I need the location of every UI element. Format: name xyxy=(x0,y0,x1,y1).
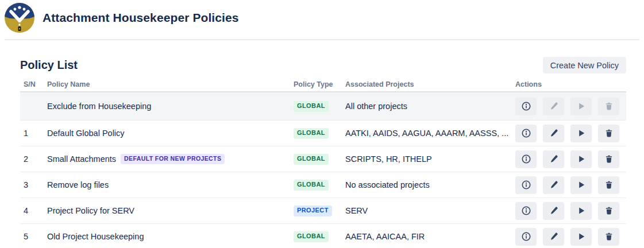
policy-type-badge: GLOBAL xyxy=(294,128,329,138)
delete-button[interactable] xyxy=(598,150,619,168)
run-button[interactable] xyxy=(570,228,592,246)
app-logo-icon xyxy=(5,3,34,33)
edit-button[interactable] xyxy=(543,176,564,194)
trash-icon xyxy=(604,102,614,111)
run-button[interactable] xyxy=(570,202,592,220)
play-icon xyxy=(577,154,586,164)
info-icon xyxy=(521,101,531,111)
associated-projects: AATKI, AAIDS, AAGUA, AAARM, AASSS, ... xyxy=(345,129,515,138)
delete-button[interactable] xyxy=(598,125,619,142)
table-row: 4 Project Policy for SERV PROJECT SERV xyxy=(20,198,626,224)
pencil-icon xyxy=(549,180,558,189)
delete-button[interactable] xyxy=(598,228,619,246)
info-button[interactable] xyxy=(515,150,537,168)
trash-icon xyxy=(604,232,614,241)
trash-icon xyxy=(604,129,614,138)
edit-button xyxy=(543,98,564,115)
table-row: 2 Small Attachments DEFAULT FOR NEW PROJ… xyxy=(20,146,626,172)
info-icon xyxy=(521,206,531,216)
policy-type-badge: PROJECT xyxy=(294,206,332,216)
policy-name: Old Project Housekeeping xyxy=(47,232,144,241)
edit-button[interactable] xyxy=(543,202,564,220)
table-row-exclude: Exclude from Housekeeping GLOBAL All oth… xyxy=(20,92,626,121)
info-button[interactable] xyxy=(515,176,537,194)
row-sn: 4 xyxy=(20,206,47,215)
policy-type-badge: GLOBAL xyxy=(294,154,329,164)
info-icon xyxy=(521,128,531,138)
row-sn: 5 xyxy=(20,232,47,241)
policy-type-badge: GLOBAL xyxy=(294,180,329,190)
associated-projects: All other projects xyxy=(345,102,515,111)
play-icon xyxy=(577,102,586,111)
edit-button[interactable] xyxy=(543,150,564,168)
column-header-actions: Actions xyxy=(515,80,626,88)
trash-icon xyxy=(604,206,614,215)
associated-projects: SERV xyxy=(345,206,515,215)
policy-name: Small Attachments xyxy=(47,154,116,164)
row-sn: 3 xyxy=(20,180,47,189)
page-title: Attachment Housekeeper Policies xyxy=(43,11,239,25)
info-icon xyxy=(521,231,531,242)
info-button[interactable] xyxy=(515,98,537,115)
run-button[interactable] xyxy=(570,150,592,168)
associated-projects: AAETA, AAICAA, FIR xyxy=(345,232,515,241)
run-button[interactable] xyxy=(570,125,592,142)
edit-button[interactable] xyxy=(543,125,564,142)
play-icon xyxy=(577,206,586,215)
play-icon xyxy=(577,129,586,138)
policy-type-badge: GLOBAL xyxy=(294,231,329,242)
policy-name: Project Policy for SERV xyxy=(47,206,134,215)
policy-table: S/N Policy Name Policy Type Associated P… xyxy=(20,78,626,248)
column-header-sn: S/N xyxy=(20,80,47,88)
app-header: Attachment Housekeeper Policies xyxy=(0,0,644,36)
table-row: 3 Remove log files GLOBAL No associated … xyxy=(20,172,626,198)
info-button[interactable] xyxy=(515,228,537,246)
policy-name: Default Global Policy xyxy=(47,129,125,138)
table-row: 1 Default Global Policy GLOBAL AATKI, AA… xyxy=(20,121,626,146)
table-header-row: S/N Policy Name Policy Type Associated P… xyxy=(20,78,626,92)
row-sn: 1 xyxy=(20,129,47,138)
pencil-icon xyxy=(549,129,558,138)
table-row: 5 Old Project Housekeeping GLOBAL AAETA,… xyxy=(20,224,626,248)
pencil-icon xyxy=(549,232,558,241)
play-icon xyxy=(577,232,586,241)
policy-name: Exclude from Housekeeping xyxy=(47,102,151,111)
policy-name: Remove log files xyxy=(47,180,109,189)
column-header-projects: Associated Projects xyxy=(345,80,515,88)
pencil-icon xyxy=(549,154,558,164)
row-sn: 2 xyxy=(20,154,47,164)
info-icon xyxy=(521,154,531,164)
section-heading: Policy List xyxy=(20,59,78,72)
trash-icon xyxy=(604,154,614,164)
trash-icon xyxy=(604,180,614,189)
pencil-icon xyxy=(549,102,558,111)
toolbar: Policy List Create New Policy xyxy=(20,57,626,73)
delete-button[interactable] xyxy=(598,176,619,194)
header-divider xyxy=(5,39,639,40)
run-button xyxy=(570,98,592,115)
info-icon xyxy=(521,180,531,190)
info-button[interactable] xyxy=(515,202,537,220)
column-header-type: Policy Type xyxy=(294,80,345,88)
default-policy-badge: DEFAULT FOR NEW PROJECTS xyxy=(121,154,225,164)
create-new-policy-button[interactable]: Create New Policy xyxy=(543,57,626,73)
pencil-icon xyxy=(549,206,558,215)
policy-type-badge: GLOBAL xyxy=(294,101,329,111)
column-header-name: Policy Name xyxy=(47,80,294,88)
associated-projects: No associated projects xyxy=(345,180,515,189)
delete-button xyxy=(598,98,619,115)
run-button[interactable] xyxy=(570,176,592,194)
info-button[interactable] xyxy=(515,125,537,142)
play-icon xyxy=(577,180,586,189)
delete-button[interactable] xyxy=(598,202,619,220)
edit-button[interactable] xyxy=(543,228,564,246)
associated-projects: SCRIPTS, HR, ITHELP xyxy=(345,154,515,164)
